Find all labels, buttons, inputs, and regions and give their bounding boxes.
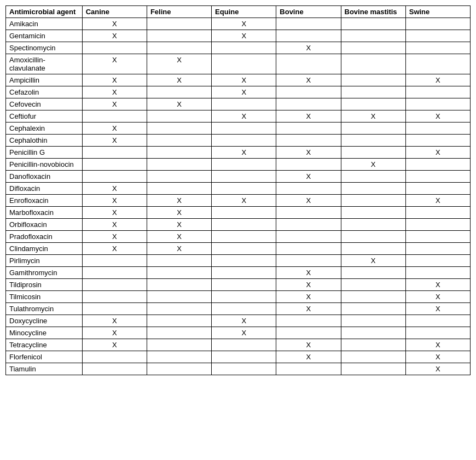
cell-value: X bbox=[405, 303, 470, 315]
cell-value bbox=[341, 123, 405, 135]
table-row: TiamulinX bbox=[6, 363, 471, 375]
cell-value bbox=[276, 86, 341, 98]
cell-value bbox=[147, 327, 211, 339]
cell-value: X bbox=[82, 339, 147, 351]
cell-value bbox=[147, 351, 211, 363]
agent-name: Penicillin G bbox=[6, 147, 83, 159]
cell-value bbox=[147, 315, 211, 327]
header-feline: Feline bbox=[147, 6, 211, 18]
cell-value bbox=[147, 110, 211, 123]
cell-value bbox=[341, 74, 405, 86]
cell-value bbox=[212, 231, 276, 243]
table-row: AmikacinXX bbox=[6, 18, 471, 30]
agent-name: Difloxacin bbox=[6, 183, 83, 195]
cell-value bbox=[405, 159, 470, 171]
cell-value bbox=[212, 135, 276, 147]
cell-value bbox=[147, 279, 211, 291]
cell-value bbox=[212, 339, 276, 351]
cell-value: X bbox=[341, 159, 405, 171]
cell-value: X bbox=[82, 195, 147, 207]
cell-value bbox=[405, 255, 470, 267]
cell-value: X bbox=[82, 74, 147, 86]
cell-value bbox=[341, 279, 405, 291]
agent-name: Cefazolin bbox=[6, 86, 83, 98]
table-row: FlorfenicolXX bbox=[6, 351, 471, 363]
cell-value: X bbox=[212, 110, 276, 123]
cell-value bbox=[341, 98, 405, 110]
cell-value bbox=[82, 110, 147, 123]
agent-name: Tulathromycin bbox=[6, 303, 83, 315]
cell-value bbox=[212, 98, 276, 110]
cell-value: X bbox=[405, 74, 470, 86]
agent-name: Tiamulin bbox=[6, 363, 83, 375]
cell-value bbox=[276, 315, 341, 327]
table-row: TilmicosinXX bbox=[6, 291, 471, 303]
cell-value: X bbox=[82, 123, 147, 135]
cell-value bbox=[276, 123, 341, 135]
cell-value bbox=[341, 207, 405, 219]
cell-value bbox=[341, 195, 405, 207]
table-row: DoxycyclineXX bbox=[6, 315, 471, 327]
cell-value: X bbox=[212, 30, 276, 42]
cell-value bbox=[341, 315, 405, 327]
cell-value bbox=[147, 303, 211, 315]
cell-value bbox=[212, 42, 276, 54]
cell-value bbox=[276, 243, 341, 255]
cell-value: X bbox=[405, 363, 470, 375]
agent-name: Tildiprosin bbox=[6, 279, 83, 291]
cell-value bbox=[212, 183, 276, 195]
agent-name: Ceftiofur bbox=[6, 110, 83, 123]
cell-value bbox=[147, 183, 211, 195]
cell-value bbox=[405, 42, 470, 54]
cell-value bbox=[341, 18, 405, 30]
cell-value bbox=[405, 135, 470, 147]
cell-value bbox=[405, 231, 470, 243]
cell-value bbox=[341, 327, 405, 339]
cell-value: X bbox=[405, 110, 470, 123]
table-row: Penicillin GXXX bbox=[6, 147, 471, 159]
cell-value bbox=[405, 30, 470, 42]
antimicrobial-table: Antimicrobial agent Canine Feline Equine… bbox=[5, 5, 471, 375]
cell-value bbox=[212, 171, 276, 183]
cell-value: X bbox=[405, 279, 470, 291]
cell-value bbox=[212, 351, 276, 363]
cell-value bbox=[341, 86, 405, 98]
cell-value: X bbox=[147, 54, 211, 74]
cell-value: X bbox=[276, 267, 341, 279]
table-row: TetracyclineXXX bbox=[6, 339, 471, 351]
cell-value bbox=[405, 98, 470, 110]
cell-value: X bbox=[212, 74, 276, 86]
agent-name: Doxycycline bbox=[6, 315, 83, 327]
cell-value bbox=[212, 54, 276, 74]
cell-value: X bbox=[405, 339, 470, 351]
cell-value: X bbox=[276, 339, 341, 351]
cell-value bbox=[405, 207, 470, 219]
cell-value: X bbox=[276, 351, 341, 363]
agent-name: Clindamycin bbox=[6, 243, 83, 255]
cell-value bbox=[276, 183, 341, 195]
cell-value bbox=[276, 255, 341, 267]
cell-value bbox=[405, 183, 470, 195]
table-row: CephalexinX bbox=[6, 123, 471, 135]
cell-value bbox=[341, 339, 405, 351]
table-row: GentamicinXX bbox=[6, 30, 471, 42]
cell-value bbox=[212, 363, 276, 375]
cell-value: X bbox=[276, 279, 341, 291]
cell-value bbox=[276, 231, 341, 243]
cell-value bbox=[147, 42, 211, 54]
cell-value: X bbox=[405, 195, 470, 207]
table-row: CefazolinXX bbox=[6, 86, 471, 98]
cell-value: X bbox=[82, 135, 147, 147]
agent-name: Amikacin bbox=[6, 18, 83, 30]
cell-value bbox=[341, 183, 405, 195]
cell-value: X bbox=[276, 42, 341, 54]
cell-value bbox=[147, 171, 211, 183]
cell-value: X bbox=[82, 315, 147, 327]
cell-value bbox=[405, 54, 470, 74]
cell-value: X bbox=[82, 243, 147, 255]
cell-value: X bbox=[341, 255, 405, 267]
cell-value: X bbox=[147, 231, 211, 243]
cell-value bbox=[276, 159, 341, 171]
cell-value bbox=[341, 351, 405, 363]
table-row: ClindamycinXX bbox=[6, 243, 471, 255]
